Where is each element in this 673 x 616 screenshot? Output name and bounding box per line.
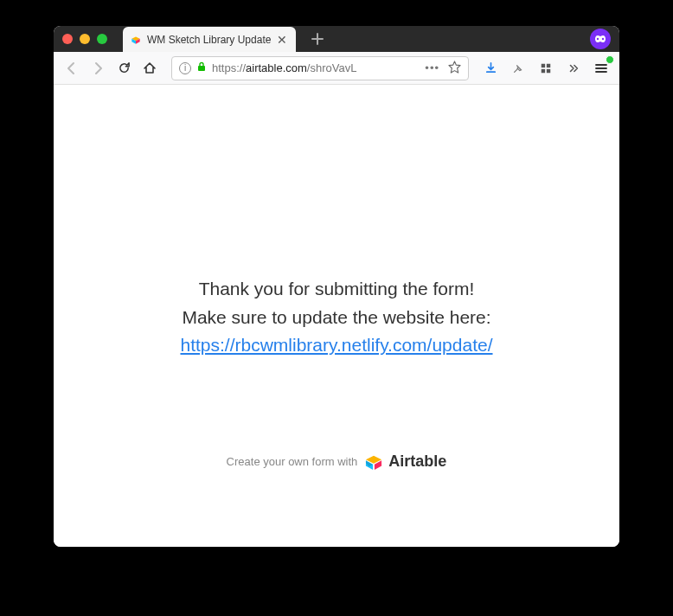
extensions-icon[interactable]: [535, 57, 557, 80]
overflow-icon[interactable]: [562, 57, 585, 80]
menu-button[interactable]: [590, 57, 612, 80]
svg-rect-7: [547, 63, 550, 67]
page-content: Thank you for submitting the form! Make …: [54, 85, 619, 547]
bookmark-star-icon[interactable]: [448, 61, 461, 76]
update-badge-icon: [606, 55, 614, 64]
url-actions: •••: [425, 61, 461, 76]
back-button[interactable]: [61, 57, 83, 80]
new-tab-button[interactable]: [308, 29, 327, 48]
maximize-window-button[interactable]: [97, 34, 107, 44]
tab-close-icon[interactable]: ✕: [277, 33, 287, 47]
url-bar[interactable]: i https://airtable.com/shroVavL •••: [171, 56, 469, 80]
home-button[interactable]: [138, 57, 161, 80]
url-text: https://airtable.com/shroVavL: [212, 61, 420, 74]
tab-title: WM Sketch Library Update: [147, 34, 272, 46]
airtable-brand-name: Airtable: [388, 452, 446, 471]
titlebar: WM Sketch Library Update ✕: [54, 26, 619, 52]
forward-button[interactable]: [87, 57, 109, 80]
airtable-cube-icon: [364, 453, 383, 471]
site-info-icon[interactable]: i: [179, 62, 191, 74]
svg-rect-5: [198, 66, 205, 71]
url-path: /shroVavL: [307, 61, 357, 74]
downloads-button[interactable]: [479, 57, 502, 80]
airtable-favicon-icon: [130, 34, 142, 46]
svg-rect-8: [542, 68, 545, 72]
svg-point-3: [597, 38, 599, 40]
browser-tab[interactable]: WM Sketch Library Update ✕: [123, 27, 296, 53]
footer: Create your own form with Airtable: [227, 452, 447, 471]
lock-icon: [196, 61, 207, 74]
toolbar-right: [479, 57, 612, 80]
close-window-button[interactable]: [62, 34, 73, 44]
traffic-lights: [62, 34, 107, 44]
footer-text: Create your own form with: [227, 455, 358, 468]
pin-icon[interactable]: [507, 57, 529, 80]
browser-window: WM Sketch Library Update ✕ i ht: [54, 26, 619, 547]
airtable-logo[interactable]: Airtable: [364, 452, 446, 471]
private-browsing-icon[interactable]: [590, 29, 611, 49]
confirmation-line-2: Make sure to update the website here:: [182, 305, 490, 330]
svg-rect-6: [542, 63, 545, 67]
svg-rect-9: [547, 68, 550, 72]
minimize-window-button[interactable]: [80, 34, 90, 44]
confirmation-line-1: Thank you for submitting the form!: [199, 276, 475, 301]
reload-button[interactable]: [112, 57, 135, 80]
svg-point-4: [602, 38, 604, 40]
toolbar: i https://airtable.com/shroVavL •••: [54, 52, 619, 85]
page-actions-icon[interactable]: •••: [425, 61, 439, 74]
url-domain: airtable.com: [246, 61, 307, 74]
url-prefix: https://: [212, 61, 246, 74]
update-link[interactable]: https://rbcwmlibrary.netlify.com/update/: [180, 335, 492, 356]
